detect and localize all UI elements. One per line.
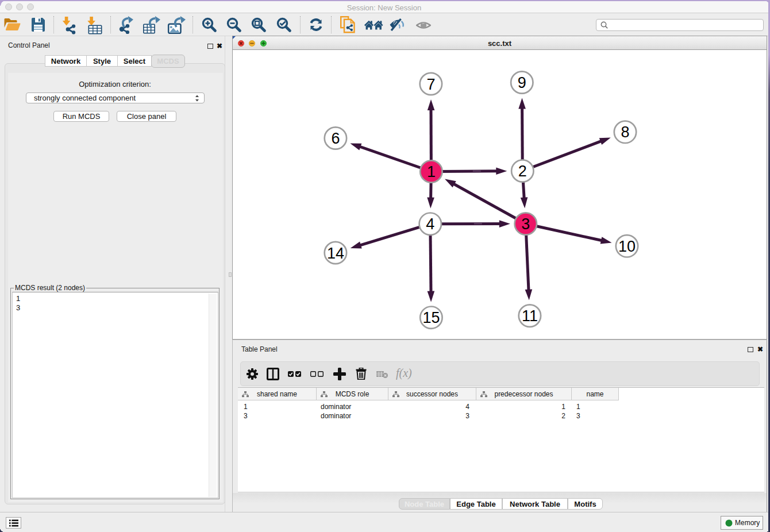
svg-text:14: 14 [327,245,344,262]
svg-text:4: 4 [426,215,434,233]
svg-text:7: 7 [426,76,435,93]
svg-text:9: 9 [518,74,526,91]
svg-text:1: 1 [427,163,436,180]
svg-text:6: 6 [331,130,340,147]
svg-text:8: 8 [621,124,629,141]
svg-text:3: 3 [521,215,530,233]
svg-text:10: 10 [618,238,636,255]
svg-text:2: 2 [518,163,527,180]
svg-text:15: 15 [422,309,440,326]
svg-text:11: 11 [522,307,538,325]
